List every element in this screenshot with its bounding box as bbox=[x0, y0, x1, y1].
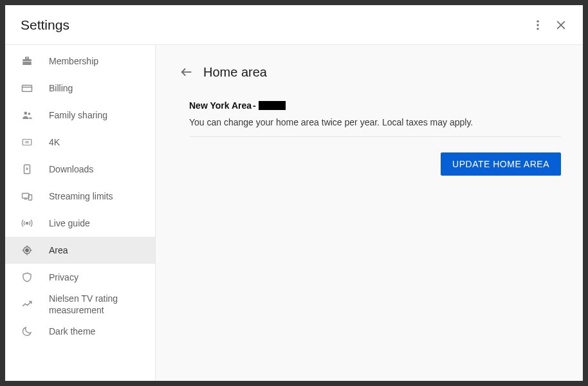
modal-header: Settings bbox=[5, 5, 583, 45]
settings-sidebar: Membership Billing Family sharing 4K 4K bbox=[5, 45, 156, 381]
sidebar-item-family-sharing[interactable]: Family sharing bbox=[5, 102, 155, 129]
svg-point-0 bbox=[537, 20, 538, 22]
svg-point-19 bbox=[26, 249, 29, 252]
area-name: New York Area bbox=[189, 100, 252, 111]
area-redacted-value bbox=[259, 101, 286, 110]
settings-modal: Settings Membership Billi bbox=[5, 5, 583, 381]
sidebar-item-area[interactable]: Area bbox=[5, 237, 155, 264]
sidebar-item-4k[interactable]: 4K 4K bbox=[5, 129, 155, 156]
svg-point-2 bbox=[537, 28, 538, 30]
modal-body: Membership Billing Family sharing 4K 4K bbox=[5, 45, 583, 381]
content: New York Area - You can change your home… bbox=[178, 100, 561, 176]
modal-title: Settings bbox=[21, 17, 526, 33]
svg-point-18 bbox=[26, 222, 28, 224]
sidebar-item-label: Dark theme bbox=[49, 326, 95, 337]
download-icon bbox=[21, 163, 33, 176]
more-options-button[interactable] bbox=[526, 14, 549, 37]
svg-point-11 bbox=[28, 113, 31, 115]
main-header: Home area bbox=[178, 63, 561, 81]
back-button[interactable] bbox=[178, 63, 196, 81]
briefcase-icon bbox=[21, 55, 33, 68]
sidebar-item-dark-theme[interactable]: Dark theme bbox=[5, 318, 155, 345]
svg-rect-6 bbox=[23, 62, 32, 65]
update-home-area-button[interactable]: UPDATE HOME AREA bbox=[441, 152, 561, 176]
sidebar-item-label: Live guide bbox=[49, 217, 90, 229]
sidebar-item-nielsen[interactable]: Nielsen TV rating measurement bbox=[5, 291, 155, 318]
svg-rect-15 bbox=[23, 194, 30, 199]
sidebar-item-label: Family sharing bbox=[49, 109, 107, 121]
svg-rect-7 bbox=[26, 57, 29, 59]
credit-card-icon bbox=[21, 82, 33, 95]
sidebar-item-label: Nielsen TV rating measurement bbox=[49, 293, 142, 316]
4k-icon: 4K bbox=[21, 136, 33, 149]
area-separator: - bbox=[253, 100, 256, 111]
svg-rect-8 bbox=[23, 86, 32, 92]
sidebar-item-live-guide[interactable]: Live guide bbox=[5, 210, 155, 237]
more-vert-icon bbox=[531, 19, 544, 32]
area-description: You can change your home area twice per … bbox=[189, 117, 561, 127]
location-icon bbox=[21, 244, 33, 257]
sidebar-item-downloads[interactable]: Downloads bbox=[5, 156, 155, 183]
broadcast-icon bbox=[21, 217, 33, 230]
sidebar-item-membership[interactable]: Membership bbox=[5, 48, 155, 75]
arrow-left-icon bbox=[179, 65, 194, 79]
sidebar-item-privacy[interactable]: Privacy bbox=[5, 264, 155, 291]
devices-icon bbox=[21, 190, 33, 203]
svg-point-1 bbox=[537, 24, 538, 26]
shield-icon bbox=[21, 271, 33, 284]
sidebar-item-label: 4K bbox=[49, 136, 60, 148]
page-title: Home area bbox=[203, 65, 267, 80]
moon-icon bbox=[21, 325, 33, 338]
svg-text:4K: 4K bbox=[25, 140, 30, 144]
trending-icon bbox=[21, 298, 33, 311]
close-button[interactable] bbox=[549, 14, 573, 37]
main-panel: Home area New York Area - You can change… bbox=[156, 45, 583, 381]
action-row: UPDATE HOME AREA bbox=[189, 152, 561, 176]
close-icon bbox=[555, 19, 567, 32]
sidebar-item-label: Area bbox=[49, 244, 68, 256]
home-area-value: New York Area - bbox=[189, 100, 561, 111]
sidebar-item-label: Downloads bbox=[49, 163, 93, 175]
people-icon bbox=[21, 109, 33, 122]
divider bbox=[189, 136, 561, 137]
sidebar-item-label: Billing bbox=[49, 82, 73, 94]
svg-point-10 bbox=[24, 112, 27, 115]
svg-rect-5 bbox=[23, 59, 32, 61]
sidebar-item-label: Streaming limits bbox=[49, 190, 113, 202]
sidebar-item-billing[interactable]: Billing bbox=[5, 75, 155, 102]
sidebar-item-streaming-limits[interactable]: Streaming limits bbox=[5, 183, 155, 210]
sidebar-item-label: Privacy bbox=[49, 271, 78, 283]
sidebar-item-label: Membership bbox=[49, 55, 98, 67]
